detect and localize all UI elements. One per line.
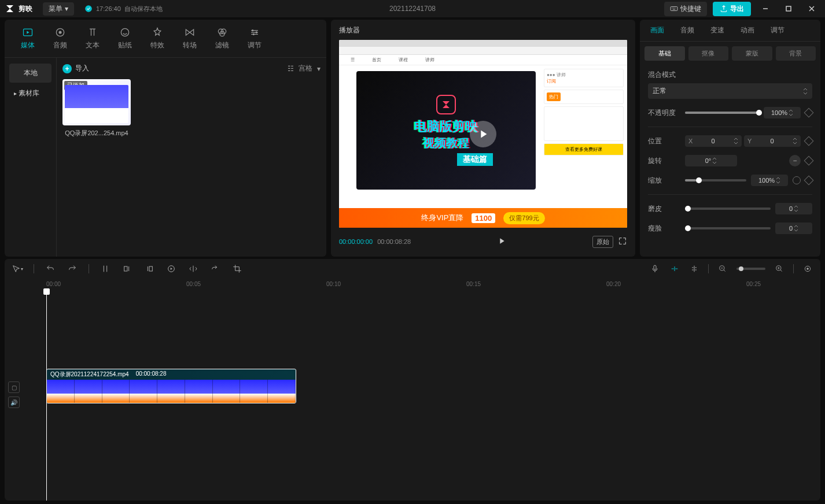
- tab-adjust[interactable]: 调节: [238, 23, 271, 54]
- svg-point-10: [252, 29, 253, 31]
- clip-thumbnail: 已添加: [62, 79, 131, 125]
- subtab-mask[interactable]: 蒙版: [732, 46, 772, 61]
- stepper-icon: [776, 177, 780, 184]
- menu-button[interactable]: 菜单 ▾: [43, 2, 74, 16]
- playhead[interactable]: [46, 290, 47, 501]
- maximize-button[interactable]: [780, 2, 797, 16]
- opacity-value[interactable]: 100%: [764, 107, 801, 118]
- freeze-tool[interactable]: [165, 263, 177, 275]
- sort-icon[interactable]: ☷: [288, 65, 294, 73]
- subtab-bg[interactable]: 背景: [776, 46, 816, 61]
- timeline-tracks[interactable]: ▢ 🔊 QQ录屏20211224172254.mp4 00:00:08:28: [5, 290, 820, 501]
- player-viewport[interactable]: ☰首页课程讲师 电脑版剪映 视频教程 基础篇 ●●● 讲师订阅 热门: [339, 40, 627, 228]
- position-y-input[interactable]: Y0: [744, 135, 801, 147]
- rotation-keyframe[interactable]: [804, 156, 814, 166]
- track-cover-toggle[interactable]: ▢: [8, 381, 20, 393]
- face-value[interactable]: 0: [775, 223, 812, 234]
- rotate-tool[interactable]: [209, 263, 221, 275]
- ruler-tick: 00:05: [186, 281, 201, 287]
- rotation-dial[interactable]: −: [789, 155, 801, 166]
- delete-left-tool[interactable]: [121, 263, 133, 275]
- rotation-input[interactable]: 0°: [685, 155, 737, 166]
- insp-tab-audio[interactable]: 音频: [672, 20, 702, 41]
- media-clip[interactable]: 已添加 QQ录屏202...254.mp4: [62, 79, 131, 138]
- insp-tab-anim[interactable]: 动画: [732, 20, 763, 41]
- sidebar-local[interactable]: 本地: [9, 64, 51, 83]
- position-keyframe[interactable]: [804, 136, 814, 146]
- subtab-cutout[interactable]: 抠像: [688, 46, 729, 61]
- subtab-basic[interactable]: 基础: [644, 46, 685, 61]
- blend-mode-select[interactable]: 正常: [648, 83, 812, 99]
- play-button[interactable]: [497, 236, 506, 247]
- svg-point-0: [85, 5, 92, 12]
- aspect-ratio-button[interactable]: 原始: [592, 236, 613, 248]
- select-tool[interactable]: ▾: [12, 263, 23, 275]
- media-sidebar: 本地 素材库: [5, 58, 57, 257]
- magnet-icon: [670, 264, 679, 273]
- tab-transition[interactable]: 转场: [174, 23, 206, 54]
- timeline[interactable]: 00:00 00:05 00:10 00:15 00:20 00:25 ▢ 🔊 …: [5, 279, 820, 501]
- smooth-value[interactable]: 0: [775, 203, 812, 214]
- main-track-toggle[interactable]: [669, 263, 680, 275]
- insp-tab-adjust[interactable]: 调节: [763, 20, 793, 41]
- scale-keyframe[interactable]: [804, 176, 814, 186]
- scale-reset[interactable]: [793, 176, 801, 184]
- opacity-keyframe[interactable]: [804, 108, 814, 118]
- panel-tabs: 媒体 音频 文本 贴纸 特效 转场 滤镜 调节: [5, 20, 326, 58]
- rotation-label: 旋转: [648, 156, 680, 166]
- tab-filter[interactable]: 滤镜: [206, 23, 238, 54]
- split-tool[interactable]: [100, 263, 111, 275]
- stepper-icon: [803, 88, 808, 95]
- opacity-slider[interactable]: [685, 112, 759, 114]
- ruler-tick: 00:15: [466, 281, 481, 287]
- undo-button[interactable]: [45, 263, 56, 275]
- svg-rect-2: [786, 6, 791, 11]
- position-label: 位置: [648, 136, 680, 146]
- player-title: 播放器: [339, 25, 627, 35]
- minimize-button[interactable]: [757, 2, 774, 16]
- smooth-slider[interactable]: [685, 207, 771, 210]
- scale-slider[interactable]: [685, 179, 746, 181]
- menu-label: 菜单: [49, 4, 62, 14]
- sidebar-library[interactable]: 素材库: [5, 84, 56, 103]
- delete-right-tool[interactable]: [143, 263, 155, 275]
- import-button[interactable]: + 导入: [62, 64, 89, 73]
- timeline-ruler[interactable]: 00:00 00:05 00:10 00:15 00:20 00:25: [39, 279, 820, 290]
- snap-toggle[interactable]: [688, 263, 700, 275]
- tab-effects[interactable]: 特效: [141, 23, 174, 54]
- view-mode-label[interactable]: 宫格: [299, 64, 312, 73]
- crop-tool[interactable]: [231, 263, 243, 275]
- scale-value[interactable]: 100%: [751, 175, 788, 186]
- redo-button[interactable]: [67, 263, 78, 275]
- tab-sticker[interactable]: 贴纸: [109, 23, 141, 54]
- face-slider[interactable]: [685, 227, 771, 229]
- insp-tab-speed[interactable]: 变速: [702, 20, 732, 41]
- zoom-out-button[interactable]: [717, 263, 728, 275]
- clip-duration: 00:00:08:28: [136, 370, 167, 379]
- tab-audio[interactable]: 音频: [44, 23, 76, 54]
- shortcuts-button[interactable]: 快捷键: [664, 2, 707, 16]
- tab-text[interactable]: 文本: [76, 23, 109, 54]
- zoom-fit-button[interactable]: [802, 263, 813, 275]
- play-overlay-button[interactable]: [470, 121, 496, 147]
- fullscreen-button[interactable]: [618, 236, 627, 247]
- zoom-slider[interactable]: [736, 268, 765, 270]
- face-label: 瘦脸: [648, 224, 680, 234]
- zoom-in-button[interactable]: [774, 263, 785, 275]
- mirror-tool[interactable]: [187, 263, 199, 275]
- inspector-subtabs: 基础 抠像 蒙版 背景: [640, 42, 820, 65]
- minimize-icon: [762, 5, 769, 12]
- track-mute-toggle[interactable]: 🔊: [8, 396, 20, 408]
- stepper-icon: [793, 138, 797, 144]
- insp-tab-video[interactable]: 画面: [642, 20, 672, 41]
- export-button[interactable]: 导出: [713, 2, 751, 16]
- ruler-tick: 00:25: [746, 281, 761, 287]
- record-audio-button[interactable]: [649, 263, 661, 275]
- adjust-icon: [249, 27, 260, 38]
- import-label: 导入: [75, 64, 89, 73]
- timeline-clip[interactable]: QQ录屏20211224172254.mp4 00:00:08:28: [46, 369, 296, 403]
- media-content: + 导入 ☷ 宫格 ▾ 已添加 QQ录屏202...254.mp4: [57, 58, 326, 257]
- tab-media[interactable]: 媒体: [12, 23, 44, 54]
- close-button[interactable]: [803, 2, 820, 16]
- position-x-input[interactable]: X0: [685, 135, 742, 147]
